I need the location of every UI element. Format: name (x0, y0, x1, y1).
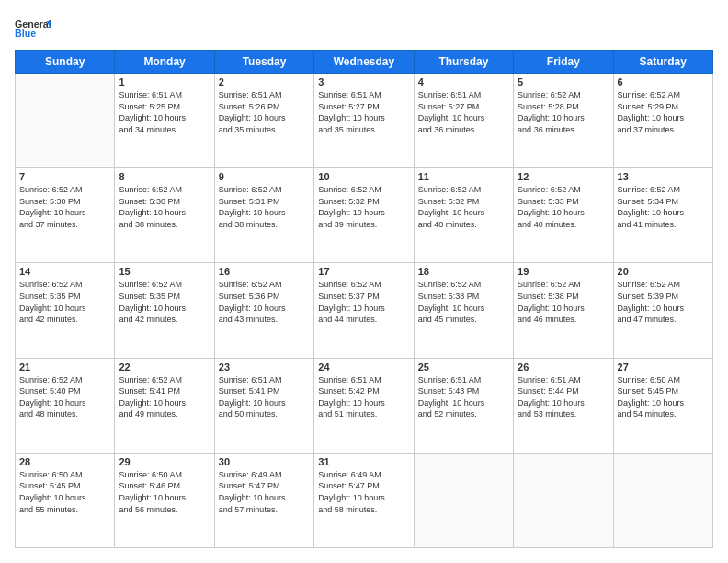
calendar-cell: 22Sunrise: 6:52 AM Sunset: 5:41 PM Dayli… (115, 358, 214, 453)
day-number: 10 (318, 171, 409, 182)
calendar-cell: 2Sunrise: 6:51 AM Sunset: 5:26 PM Daylig… (214, 74, 313, 168)
calendar-cell: 7Sunrise: 6:52 AM Sunset: 5:30 PM Daylig… (16, 168, 115, 263)
day-number: 27 (618, 362, 709, 373)
day-number: 7 (19, 171, 110, 182)
weekday-header: Monday (115, 51, 214, 74)
logo: General Blue (15, 15, 51, 42)
calendar-cell: 14Sunrise: 6:52 AM Sunset: 5:35 PM Dayli… (16, 263, 115, 358)
calendar-cell (613, 453, 712, 547)
day-number: 17 (318, 266, 409, 277)
cell-info: Sunrise: 6:49 AM Sunset: 5:47 PM Dayligh… (219, 469, 310, 515)
cell-info: Sunrise: 6:52 AM Sunset: 5:28 PM Dayligh… (518, 89, 609, 135)
day-number: 6 (618, 76, 709, 87)
cell-info: Sunrise: 6:51 AM Sunset: 5:26 PM Dayligh… (219, 89, 310, 135)
cell-info: Sunrise: 6:52 AM Sunset: 5:32 PM Dayligh… (418, 184, 509, 230)
calendar-cell: 5Sunrise: 6:52 AM Sunset: 5:28 PM Daylig… (514, 74, 613, 168)
day-number: 22 (119, 362, 210, 373)
day-number: 3 (318, 76, 409, 87)
header: General Blue (15, 15, 713, 42)
calendar-week-row: 7Sunrise: 6:52 AM Sunset: 5:30 PM Daylig… (16, 168, 713, 263)
cell-info: Sunrise: 6:51 AM Sunset: 5:25 PM Dayligh… (119, 89, 210, 135)
cell-info: Sunrise: 6:52 AM Sunset: 5:35 PM Dayligh… (119, 279, 210, 325)
cell-info: Sunrise: 6:51 AM Sunset: 5:42 PM Dayligh… (318, 374, 409, 420)
cell-info: Sunrise: 6:51 AM Sunset: 5:27 PM Dayligh… (418, 89, 509, 135)
calendar-cell: 16Sunrise: 6:52 AM Sunset: 5:36 PM Dayli… (214, 263, 313, 358)
calendar-cell: 25Sunrise: 6:51 AM Sunset: 5:43 PM Dayli… (414, 358, 513, 453)
weekday-header: Tuesday (214, 51, 313, 74)
calendar-cell: 11Sunrise: 6:52 AM Sunset: 5:32 PM Dayli… (414, 168, 513, 263)
cell-info: Sunrise: 6:52 AM Sunset: 5:31 PM Dayligh… (219, 184, 310, 230)
cell-info: Sunrise: 6:52 AM Sunset: 5:32 PM Dayligh… (318, 184, 409, 230)
cell-info: Sunrise: 6:52 AM Sunset: 5:36 PM Dayligh… (219, 279, 310, 325)
cell-info: Sunrise: 6:50 AM Sunset: 5:46 PM Dayligh… (119, 469, 210, 515)
day-number: 2 (219, 76, 310, 87)
calendar-cell: 4Sunrise: 6:51 AM Sunset: 5:27 PM Daylig… (414, 74, 513, 168)
day-number: 30 (219, 456, 310, 467)
day-number: 25 (418, 362, 509, 373)
day-number: 20 (618, 266, 709, 277)
cell-info: Sunrise: 6:52 AM Sunset: 5:29 PM Dayligh… (618, 89, 709, 135)
calendar-cell: 17Sunrise: 6:52 AM Sunset: 5:37 PM Dayli… (314, 263, 414, 358)
calendar-cell: 18Sunrise: 6:52 AM Sunset: 5:38 PM Dayli… (414, 263, 513, 358)
cell-info: Sunrise: 6:50 AM Sunset: 5:45 PM Dayligh… (618, 374, 709, 420)
day-number: 12 (518, 171, 609, 182)
cell-info: Sunrise: 6:51 AM Sunset: 5:44 PM Dayligh… (518, 374, 609, 420)
cell-info: Sunrise: 6:52 AM Sunset: 5:30 PM Dayligh… (19, 184, 110, 230)
day-number: 18 (418, 266, 509, 277)
calendar-cell: 19Sunrise: 6:52 AM Sunset: 5:38 PM Dayli… (514, 263, 613, 358)
cell-info: Sunrise: 6:52 AM Sunset: 5:41 PM Dayligh… (119, 374, 210, 420)
calendar-week-row: 21Sunrise: 6:52 AM Sunset: 5:40 PM Dayli… (16, 358, 713, 453)
weekday-header: Wednesday (314, 51, 414, 74)
calendar-cell: 13Sunrise: 6:52 AM Sunset: 5:34 PM Dayli… (613, 168, 712, 263)
day-number: 24 (318, 362, 409, 373)
calendar-cell: 1Sunrise: 6:51 AM Sunset: 5:25 PM Daylig… (115, 74, 214, 168)
day-number: 26 (518, 362, 609, 373)
calendar-cell: 10Sunrise: 6:52 AM Sunset: 5:32 PM Dayli… (314, 168, 414, 263)
weekday-header: Sunday (16, 51, 115, 74)
cell-info: Sunrise: 6:52 AM Sunset: 5:38 PM Dayligh… (518, 279, 609, 325)
calendar-cell: 30Sunrise: 6:49 AM Sunset: 5:47 PM Dayli… (214, 453, 313, 547)
calendar-cell: 3Sunrise: 6:51 AM Sunset: 5:27 PM Daylig… (314, 74, 414, 168)
calendar-cell: 9Sunrise: 6:52 AM Sunset: 5:31 PM Daylig… (214, 168, 313, 263)
calendar-cell: 23Sunrise: 6:51 AM Sunset: 5:41 PM Dayli… (214, 358, 313, 453)
weekday-header-row: SundayMondayTuesdayWednesdayThursdayFrid… (16, 51, 713, 74)
calendar-cell (414, 453, 513, 547)
cell-info: Sunrise: 6:51 AM Sunset: 5:41 PM Dayligh… (219, 374, 310, 420)
calendar-cell (514, 453, 613, 547)
calendar-cell: 21Sunrise: 6:52 AM Sunset: 5:40 PM Dayli… (16, 358, 115, 453)
cell-info: Sunrise: 6:52 AM Sunset: 5:40 PM Dayligh… (19, 374, 110, 420)
day-number: 15 (119, 266, 210, 277)
day-number: 29 (119, 456, 210, 467)
day-number: 11 (418, 171, 509, 182)
cell-info: Sunrise: 6:51 AM Sunset: 5:43 PM Dayligh… (418, 374, 509, 420)
calendar-cell: 24Sunrise: 6:51 AM Sunset: 5:42 PM Dayli… (314, 358, 414, 453)
day-number: 31 (318, 456, 409, 467)
day-number: 14 (19, 266, 110, 277)
calendar-cell: 28Sunrise: 6:50 AM Sunset: 5:45 PM Dayli… (16, 453, 115, 547)
day-number: 4 (418, 76, 509, 87)
logo-icon: General Blue (15, 15, 51, 42)
cell-info: Sunrise: 6:52 AM Sunset: 5:35 PM Dayligh… (19, 279, 110, 325)
calendar-week-row: 14Sunrise: 6:52 AM Sunset: 5:35 PM Dayli… (16, 263, 713, 358)
day-number: 8 (119, 171, 210, 182)
weekday-header: Friday (514, 51, 613, 74)
page: General Blue SundayMondayTuesdayWednesda… (0, 0, 728, 563)
weekday-header: Thursday (414, 51, 513, 74)
cell-info: Sunrise: 6:52 AM Sunset: 5:34 PM Dayligh… (618, 184, 709, 230)
calendar-cell: 29Sunrise: 6:50 AM Sunset: 5:46 PM Dayli… (115, 453, 214, 547)
day-number: 21 (19, 362, 110, 373)
calendar-week-row: 1Sunrise: 6:51 AM Sunset: 5:25 PM Daylig… (16, 74, 713, 168)
day-number: 1 (119, 76, 210, 87)
calendar-cell: 26Sunrise: 6:51 AM Sunset: 5:44 PM Dayli… (514, 358, 613, 453)
day-number: 19 (518, 266, 609, 277)
calendar-cell (16, 74, 115, 168)
cell-info: Sunrise: 6:52 AM Sunset: 5:37 PM Dayligh… (318, 279, 409, 325)
calendar-table: SundayMondayTuesdayWednesdayThursdayFrid… (15, 50, 713, 548)
day-number: 9 (219, 171, 310, 182)
cell-info: Sunrise: 6:52 AM Sunset: 5:30 PM Dayligh… (119, 184, 210, 230)
cell-info: Sunrise: 6:52 AM Sunset: 5:33 PM Dayligh… (518, 184, 609, 230)
day-number: 5 (518, 76, 609, 87)
calendar-cell: 6Sunrise: 6:52 AM Sunset: 5:29 PM Daylig… (613, 74, 712, 168)
calendar-cell: 31Sunrise: 6:49 AM Sunset: 5:47 PM Dayli… (314, 453, 414, 547)
day-number: 16 (219, 266, 310, 277)
